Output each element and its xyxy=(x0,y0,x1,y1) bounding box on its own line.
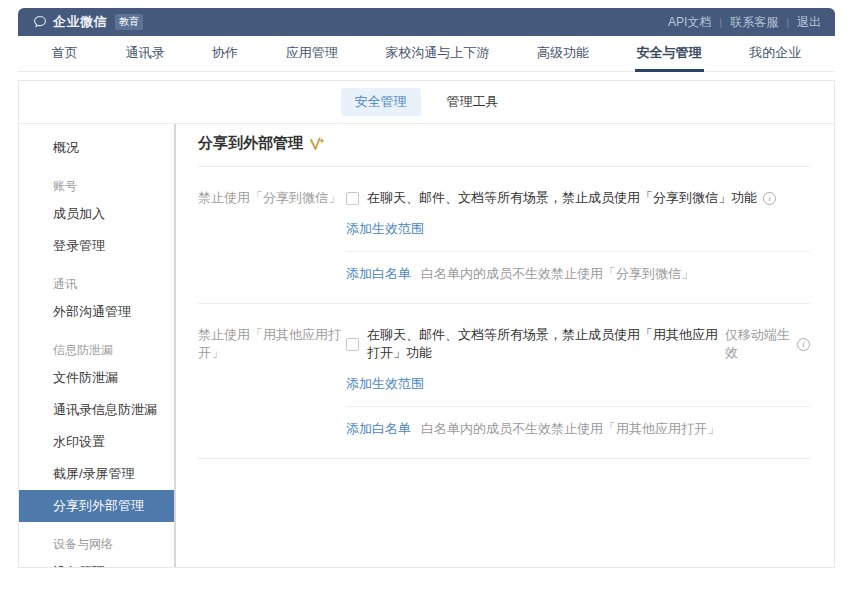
tab-management-tools[interactable]: 管理工具 xyxy=(433,88,513,116)
forbid-open-with-other-apps-checkbox[interactable] xyxy=(346,338,359,351)
nav-item-app-management[interactable]: 应用管理 xyxy=(284,36,340,72)
nav-item-collaboration[interactable]: 协作 xyxy=(210,36,240,72)
sidebar-section-account: 账号 xyxy=(19,164,174,198)
setting-share-to-wechat: 禁止使用「分享到微信」 在聊天、邮件、文档等所有场景，禁止成员使用「分享到微信」… xyxy=(198,167,810,283)
sidebar-section-info-leak-prevention: 信息防泄漏 xyxy=(19,328,174,362)
divider xyxy=(346,406,810,407)
premium-feature-icon xyxy=(309,137,325,152)
primary-nav: 首页 通讯录 协作 应用管理 家校沟通与上下游 高级功能 安全与管理 我的企业 xyxy=(18,36,835,72)
setting-body: 在聊天、邮件、文档等所有场景，禁止成员使用「分享到微信」功能 i 添加生效范围 … xyxy=(346,189,810,283)
topbar-links: API文档 | 联系客服 | 退出 xyxy=(668,14,821,31)
nav-item-security-management[interactable]: 安全与管理 xyxy=(635,36,704,72)
whitelist-line: 添加白名单 白名单内的成员不生效禁止使用「用其他应用打开」 xyxy=(346,420,810,438)
setting-body: 在聊天、邮件、文档等所有场景，禁止成员使用「用其他应用打开」功能 仅移动端生效 … xyxy=(346,326,810,438)
add-whitelist-link[interactable]: 添加白名单 xyxy=(346,420,411,438)
main-panel: 分享到外部管理 禁止使用「分享到微信」 在聊天、邮件、文档等所有场景，禁止成员使… xyxy=(176,124,834,568)
whitelist-description: 白名单内的成员不生效禁止使用「用其他应用打开」 xyxy=(421,420,720,438)
checkbox-description: 在聊天、邮件、文档等所有场景，禁止成员使用「用其他应用打开」功能 xyxy=(367,326,719,362)
add-whitelist-link[interactable]: 添加白名单 xyxy=(346,265,411,283)
separator: | xyxy=(786,16,789,28)
sidebar-item-share-external[interactable]: 分享到外部管理 xyxy=(19,490,174,522)
nav-item-my-company[interactable]: 我的企业 xyxy=(747,36,803,72)
scope-line: 添加生效范围 xyxy=(346,374,810,393)
sidebar-item-member-join[interactable]: 成员加入 xyxy=(19,198,174,230)
forbid-share-to-wechat-checkbox[interactable] xyxy=(346,192,359,205)
sidebar-item-contacts-leak-prevention[interactable]: 通讯录信息防泄漏 xyxy=(19,394,174,426)
sidebar-item-screenshot-recording[interactable]: 截屏/录屏管理 xyxy=(19,458,174,490)
checkbox-description: 在聊天、邮件、文档等所有场景，禁止成员使用「分享到微信」功能 xyxy=(367,189,757,207)
whitelist-description: 白名单内的成员不生效禁止使用「分享到微信」 xyxy=(421,265,694,283)
setting-label: 禁止使用「用其他应用打开」 xyxy=(198,326,346,438)
sidebar-section-device-network: 设备与网络 xyxy=(19,522,174,556)
divider xyxy=(198,458,810,459)
add-scope-link[interactable]: 添加生效范围 xyxy=(346,376,424,391)
checkbox-line: 在聊天、邮件、文档等所有场景，禁止成员使用「用其他应用打开」功能 仅移动端生效 … xyxy=(346,326,810,362)
sidebar-section-communication: 通讯 xyxy=(19,262,174,296)
nav-item-school-upstream[interactable]: 家校沟通与上下游 xyxy=(383,36,491,72)
page-title: 分享到外部管理 xyxy=(198,134,303,153)
add-scope-link[interactable]: 添加生效范围 xyxy=(346,221,424,236)
card-body: 概况 账号 成员加入 登录管理 通讯 外部沟通管理 信息防泄漏 文件防泄漏 通讯… xyxy=(19,124,834,568)
tab-security-management[interactable]: 安全管理 xyxy=(341,88,421,116)
logo: 企业微信 教育 xyxy=(32,13,143,31)
whitelist-line: 添加白名单 白名单内的成员不生效禁止使用「分享到微信」 xyxy=(346,265,810,283)
content-card: 安全管理 管理工具 概况 账号 成员加入 登录管理 通讯 外部沟通管理 信息防泄… xyxy=(18,80,835,568)
scope-line: 添加生效范围 xyxy=(346,219,810,238)
app-title: 企业微信 xyxy=(53,13,107,31)
sidebar-item-device-management[interactable]: 设备管理 xyxy=(19,556,174,568)
sidebar: 概况 账号 成员加入 登录管理 通讯 外部沟通管理 信息防泄漏 文件防泄漏 通讯… xyxy=(19,124,176,568)
setting-label: 禁止使用「分享到微信」 xyxy=(198,189,346,283)
nav-item-home[interactable]: 首页 xyxy=(50,36,80,72)
wecom-bubble-icon xyxy=(32,14,48,30)
sidebar-item-external-communication[interactable]: 外部沟通管理 xyxy=(19,296,174,328)
title-row: 分享到外部管理 xyxy=(198,124,810,153)
info-icon[interactable]: i xyxy=(763,192,776,205)
sidebar-item-overview[interactable]: 概况 xyxy=(19,132,174,164)
sidebar-item-login-management[interactable]: 登录管理 xyxy=(19,230,174,262)
logout-link[interactable]: 退出 xyxy=(797,14,821,31)
divider xyxy=(346,251,810,252)
setting-open-with-other-apps: 禁止使用「用其他应用打开」 在聊天、邮件、文档等所有场景，禁止成员使用「用其他应… xyxy=(198,304,810,438)
edition-badge: 教育 xyxy=(115,14,143,30)
nav-item-contacts[interactable]: 通讯录 xyxy=(123,36,166,72)
nav-item-advanced-features[interactable]: 高级功能 xyxy=(535,36,591,72)
contact-support-link[interactable]: 联系客服 xyxy=(730,14,778,31)
subtab-bar: 安全管理 管理工具 xyxy=(19,81,834,123)
topbar: 企业微信 教育 API文档 | 联系客服 | 退出 xyxy=(18,8,835,36)
checkbox-line: 在聊天、邮件、文档等所有场景，禁止成员使用「分享到微信」功能 i xyxy=(346,189,810,207)
api-docs-link[interactable]: API文档 xyxy=(668,14,711,31)
sidebar-item-file-leak-prevention[interactable]: 文件防泄漏 xyxy=(19,362,174,394)
page: 企业微信 教育 API文档 | 联系客服 | 退出 首页 通讯录 协作 应用管理… xyxy=(18,8,835,568)
info-icon[interactable]: i xyxy=(797,338,810,351)
sidebar-item-watermark-settings[interactable]: 水印设置 xyxy=(19,426,174,458)
separator: | xyxy=(719,16,722,28)
checkbox-note: 仅移动端生效 xyxy=(725,326,791,362)
